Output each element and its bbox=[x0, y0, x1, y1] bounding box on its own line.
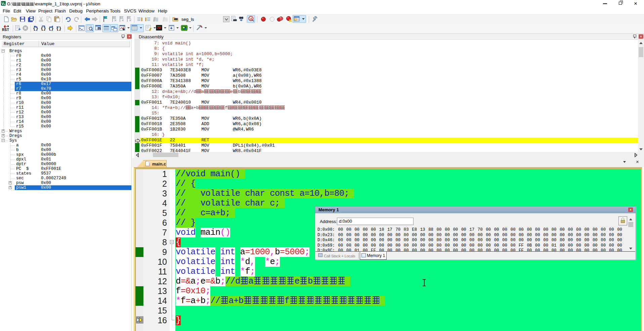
svg-text:{}: {} bbox=[41, 26, 46, 31]
svg-text:d: d bbox=[250, 16, 252, 21]
svg-text:{}: {} bbox=[48, 26, 54, 31]
svg-text:{}: {} bbox=[33, 26, 38, 31]
svg-text:S: S bbox=[98, 27, 100, 30]
